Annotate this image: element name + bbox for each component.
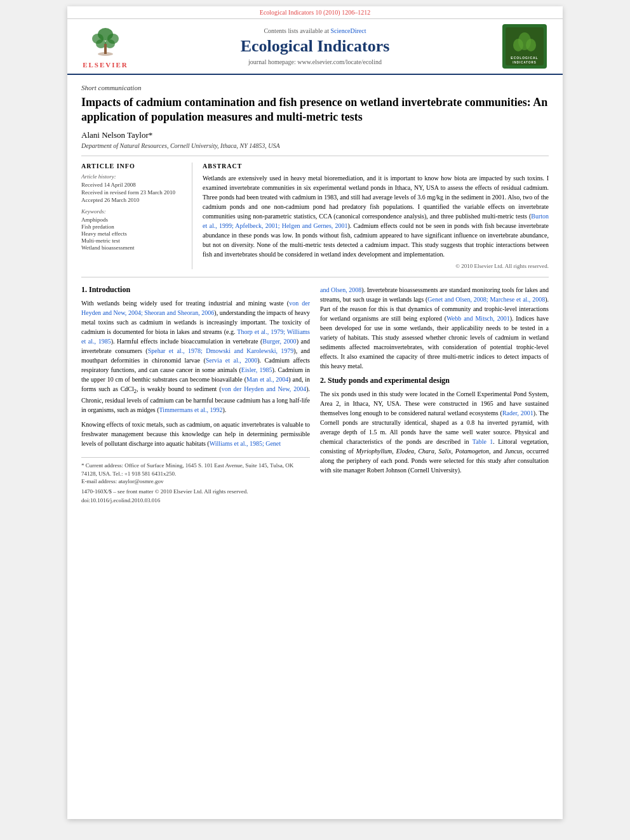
keywords-label: Keywords: xyxy=(81,208,184,215)
journal-logo-right: ECOLOGICAL INDICATORS xyxy=(499,24,550,69)
elsevier-tree-icon xyxy=(88,25,123,60)
accepted-date: Accepted 26 March 2010 xyxy=(81,197,184,203)
eco-badge-icon: ECOLOGICAL INDICATORS xyxy=(506,27,544,65)
article-info-abstract: ARTICLE INFO Article history: Received 1… xyxy=(81,156,549,269)
intro-section-title: 1. Introduction xyxy=(81,285,310,295)
keyword-5: Wetland bioassessment xyxy=(81,244,184,251)
footnote-address: * Current address: Office of Surface Min… xyxy=(81,462,310,477)
doi-line: doi:10.1016/j.ecolind.2010.03.016 xyxy=(81,497,310,503)
main-body: 1. Introduction With wetlands being wide… xyxy=(81,285,549,503)
journal-masthead: ELSEVIER Contents lists available at Sci… xyxy=(67,19,563,75)
right-body-col: and Olsen, 2008). Invertebrate bioassess… xyxy=(320,285,549,503)
ref-eisler[interactable]: Eisler, 1985 xyxy=(241,366,272,373)
intro-para-1: With wetlands being widely used for trea… xyxy=(81,298,310,415)
abstract-label: ABSTRACT xyxy=(203,163,549,170)
revised-date: Received in revised form 23 March 2010 xyxy=(81,189,184,196)
ref-burton[interactable]: Burton et al., 1999; Apfelbeck, 2001; He… xyxy=(203,213,549,229)
paper-content: Short communication Impacts of cadmium c… xyxy=(67,75,563,516)
intro-para-2: Knowing effects of toxic metals, such as… xyxy=(81,420,310,448)
keyword-2: Fish predation xyxy=(81,223,184,230)
elsevier-brand-text: ELSEVIER xyxy=(83,61,128,69)
ref-table1[interactable]: Table 1 xyxy=(473,438,493,445)
journal-ref: Ecological Indicators 10 (2010) 1206–121… xyxy=(260,9,370,16)
keywords-section: Keywords: Amphipods Fish predation Heavy… xyxy=(81,208,184,251)
section-divider xyxy=(81,277,549,277)
ref-timmermans[interactable]: Timmermans et al., 1992 xyxy=(159,406,223,413)
ref-genet2[interactable]: Genet and Olsen, 2008; Marchese et al., … xyxy=(427,296,545,303)
abstract-section: ABSTRACT Wetlands are extensively used i… xyxy=(203,163,549,269)
keyword-1: Amphipods xyxy=(81,217,184,223)
svg-point-7 xyxy=(98,52,113,56)
journal-homepage: journal homepage: www.elsevier.com/locat… xyxy=(137,58,493,65)
ref-williams2[interactable]: Williams et al., 1985; Genet xyxy=(210,440,281,447)
journal-ref-bar: Ecological Indicators 10 (2010) 1206–121… xyxy=(67,6,563,19)
ref-spehar[interactable]: Spehar et al., 1978; Dmowski and Karolew… xyxy=(148,347,294,354)
keyword-4: Multi-metric test xyxy=(81,237,184,244)
svg-point-11 xyxy=(526,39,536,51)
article-info-label: ARTICLE INFO xyxy=(81,163,184,170)
footnote-section: * Current address: Office of Surface Min… xyxy=(81,457,310,503)
section2-text: The six ponds used in this study were lo… xyxy=(320,389,549,475)
svg-text:ECOLOGICAL: ECOLOGICAL xyxy=(511,56,538,60)
eco-indicators-badge: ECOLOGICAL INDICATORS xyxy=(502,24,547,69)
article-info-section: ARTICLE INFO Article history: Received 1… xyxy=(81,163,192,269)
keyword-3: Heavy metal effects xyxy=(81,230,184,237)
ref-rader[interactable]: Rader, 2001 xyxy=(502,410,533,417)
copyright-line: © 2010 Elsevier Ltd. All rights reserved… xyxy=(203,263,549,269)
section2-title: 2. Study ponds and experimental design xyxy=(320,376,549,385)
right-intro-continuation: and Olsen, 2008). Invertebrate bioassess… xyxy=(320,285,549,371)
footnote-email: E-mail address: ataylor@osmre.gov xyxy=(81,477,310,486)
issn-line: 1470-160X/$ – see front matter © 2010 El… xyxy=(81,488,310,495)
ref-genet[interactable]: and Olsen, 2008 xyxy=(320,286,361,293)
ref-webb[interactable]: Webb and Mitsch, 2001 xyxy=(446,315,509,322)
contents-available-line: Contents lists available at ScienceDirec… xyxy=(137,27,493,34)
elsevier-logo: ELSEVIER xyxy=(80,24,131,69)
svg-text:INDICATORS: INDICATORS xyxy=(513,61,537,64)
left-body-col: 1. Introduction With wetlands being wide… xyxy=(81,285,310,503)
ref-vonderheyden[interactable]: von der Heyden and New, 2004; Sheoran an… xyxy=(81,300,310,316)
history-label: Article history: xyxy=(81,173,184,180)
footnote-email-link[interactable]: ataylor@osmre.gov xyxy=(118,478,163,484)
abstract-text: Wetlands are extensively used in heavy m… xyxy=(203,173,549,259)
paper-type: Short communication xyxy=(81,84,549,91)
page: Ecological Indicators 10 (2010) 1206–121… xyxy=(67,6,563,819)
author-name: Alani Nelson Taylor* xyxy=(81,130,549,140)
ref-man[interactable]: Man et al., 2004 xyxy=(246,376,288,383)
svg-point-10 xyxy=(513,39,523,51)
sciencedirect-link[interactable]: ScienceDirect xyxy=(330,27,366,34)
affiliation: Department of Natural Resources, Cornell… xyxy=(81,142,549,149)
journal-title: Ecological Indicators xyxy=(137,37,493,56)
ref-servia[interactable]: Servia et al., 2000 xyxy=(206,357,257,364)
received-date: Received 14 April 2008 xyxy=(81,182,184,188)
ref-vonderheyden2[interactable]: von der Heyden and New, 2004 xyxy=(222,385,307,392)
ref-burger[interactable]: Burger, 2000 xyxy=(262,338,296,345)
journal-title-section: Contents lists available at ScienceDirec… xyxy=(137,24,493,69)
paper-title: Impacts of cadmium contamination and fis… xyxy=(81,95,549,125)
